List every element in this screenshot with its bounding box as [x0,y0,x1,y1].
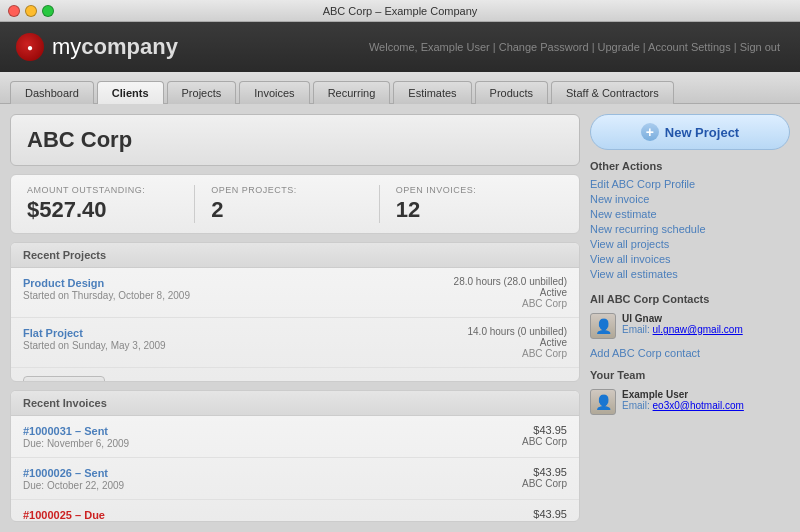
stat-invoices-label: Open Invoices: [396,185,547,195]
logo-text: mycompany [52,34,178,60]
tab-bar: Dashboard Clients Projects Invoices Recu… [0,72,800,104]
action-view-invoices[interactable]: View all invoices [590,253,790,265]
invoice-client: ABC Corp [522,478,567,489]
invoice-link[interactable]: #1000031 – Sent [23,425,108,437]
invoice-info: #1000025 – Due Due: October 7, 2009 [23,508,119,522]
other-actions-header: Other Actions [590,160,790,172]
invoice-link[interactable]: #1000026 – Sent [23,467,108,479]
project-info: Flat Project Started on Sunday, May 3, 2… [23,326,166,351]
project-link[interactable]: Flat Project [23,327,83,339]
tab-dashboard[interactable]: Dashboard [10,81,94,104]
contact-name: Ul Gnaw [622,313,743,324]
action-view-estimates[interactable]: View all estimates [590,268,790,280]
tab-products[interactable]: Products [475,81,548,104]
stat-open-invoices: Open Invoices: 12 [396,185,563,223]
logo-area: ● mycompany [16,33,178,61]
invoice-right: $43.95 ABC Corp [522,424,567,447]
table-row: #1000025 – Due Due: October 7, 2009 $43.… [11,500,579,522]
team-member-name: Example User [622,389,744,400]
stat-projects-label: Open Projects: [211,185,362,195]
window-title: ABC Corp – Example Company [323,5,478,17]
new-project-button[interactable]: + New Project [590,114,790,150]
project-status: Active [467,337,567,348]
invoice-amount: $43.95 [522,508,567,520]
main-content: ABC Corp Amount Outstanding: $527.40 Ope… [0,104,800,532]
avatar: 👤 [590,389,616,415]
team-member-info: Example User Email: eo3x0@hotmail.com [622,389,744,411]
table-row: #1000031 – Sent Due: November 6, 2009 $4… [11,416,579,458]
contact-item: 👤 Ul Gnaw Email: ul.gnaw@gmail.com [590,313,790,339]
project-date: Started on Thursday, October 8, 2009 [23,290,190,301]
action-new-invoice[interactable]: New invoice [590,193,790,205]
project-right: 28.0 hours (28.0 unbilled) Active ABC Co… [454,276,567,309]
recent-invoices-header: Recent Invoices [11,391,579,416]
stat-open-projects: Open Projects: 2 [211,185,379,223]
tab-estimates[interactable]: Estimates [393,81,471,104]
contact-email-link[interactable]: ul.gnaw@gmail.com [653,324,743,335]
action-edit-profile[interactable]: Edit ABC Corp Profile [590,178,790,190]
stat-amount-outstanding: Amount Outstanding: $527.40 [27,185,195,223]
team-member-email: Email: eo3x0@hotmail.com [622,400,744,411]
recent-projects-header: Recent Projects [11,243,579,268]
stat-projects-value: 2 [211,197,362,223]
recent-projects-card: Recent Projects Product Design Started o… [10,242,580,382]
stat-amount-value: $527.40 [27,197,178,223]
contacts-header: All ABC Corp Contacts [590,293,790,305]
invoice-right: $43.95 ABC Corp [522,508,567,522]
action-view-projects[interactable]: View all projects [590,238,790,250]
project-hours: 14.0 hours (0 unbilled) [467,326,567,337]
left-panel: ABC Corp Amount Outstanding: $527.40 Ope… [10,114,580,522]
right-panel: + New Project Other Actions Edit ABC Cor… [590,114,790,522]
add-contact-link[interactable]: Add ABC Corp contact [590,347,790,359]
tab-clients[interactable]: Clients [97,81,164,104]
close-button[interactable] [8,5,20,17]
project-client: ABC Corp [467,348,567,359]
project-info: Product Design Started on Thursday, Octo… [23,276,190,301]
project-link[interactable]: Product Design [23,277,104,289]
invoice-info: #1000026 – Sent Due: October 22, 2009 [23,466,124,491]
plus-icon: + [641,123,659,141]
contacts-section: All ABC Corp Contacts 👤 Ul Gnaw Email: u… [590,293,790,359]
invoice-amount: $43.95 [522,424,567,436]
table-row: Flat Project Started on Sunday, May 3, 2… [11,318,579,368]
invoice-right: $43.95 ABC Corp [522,466,567,489]
recent-invoices-card: Recent Invoices #1000031 – Sent Due: Nov… [10,390,580,522]
invoice-amount: $43.95 [522,466,567,478]
project-status: Active [454,287,567,298]
your-team-section: Your Team 👤 Example User Email: eo3x0@ho… [590,369,790,423]
tab-staff[interactable]: Staff & Contractors [551,81,674,104]
action-new-estimate[interactable]: New estimate [590,208,790,220]
header-nav: Welcome, Example User | Change Password … [365,41,784,53]
invoice-client: ABC Corp [522,520,567,522]
tab-invoices[interactable]: Invoices [239,81,309,104]
project-client: ABC Corp [454,298,567,309]
table-row: #1000026 – Sent Due: October 22, 2009 $4… [11,458,579,500]
your-team-header: Your Team [590,369,790,381]
team-member-item: 👤 Example User Email: eo3x0@hotmail.com [590,389,790,415]
table-row: Product Design Started on Thursday, Octo… [11,268,579,318]
invoice-link-due[interactable]: #1000025 – Due [23,509,105,521]
project-hours: 28.0 hours (28.0 unbilled) [454,276,567,287]
maximize-button[interactable] [42,5,54,17]
logo-icon: ● [16,33,44,61]
client-name: ABC Corp [27,127,563,153]
new-project-label: New Project [665,125,739,140]
project-right: 14.0 hours (0 unbilled) Active ABC Corp [467,326,567,359]
client-title-card: ABC Corp [10,114,580,166]
minimize-button[interactable] [25,5,37,17]
contact-info: Ul Gnaw Email: ul.gnaw@gmail.com [622,313,743,335]
tab-recurring[interactable]: Recurring [313,81,391,104]
new-project-small-button[interactable]: + new project [11,368,579,382]
invoice-due-date: Due: October 22, 2009 [23,480,124,491]
stat-amount-label: Amount Outstanding: [27,185,178,195]
window-controls [8,5,54,17]
title-bar: ABC Corp – Example Company [0,0,800,22]
action-new-recurring[interactable]: New recurring schedule [590,223,790,235]
project-date: Started on Sunday, May 3, 2009 [23,340,166,351]
welcome-text: Welcome, Example User | Change Password … [369,41,780,53]
tab-projects[interactable]: Projects [167,81,237,104]
stats-card: Amount Outstanding: $527.40 Open Project… [10,174,580,234]
team-email-link[interactable]: eo3x0@hotmail.com [653,400,744,411]
invoice-due-date: Due: November 6, 2009 [23,438,129,449]
app-header: ● mycompany Welcome, Example User | Chan… [0,22,800,72]
